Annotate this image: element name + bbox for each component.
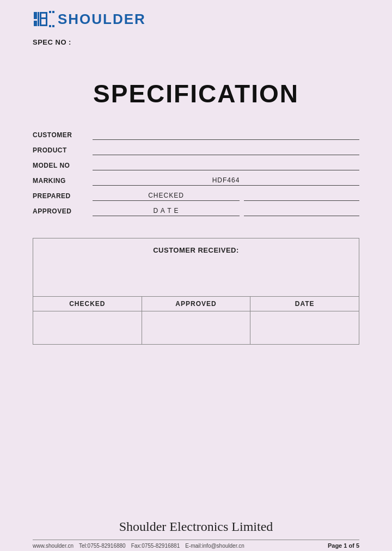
logo-area: SHOULDER [33,10,359,28]
approved-line2 [244,206,359,216]
svg-rect-8 [46,12,47,26]
svg-rect-6 [41,12,46,14]
table-body-date [250,311,359,344]
customer-received-body [33,259,359,297]
svg-rect-1 [34,12,37,17]
svg-rect-5 [40,12,41,26]
prepared-line1: CHECKED [93,191,240,201]
page: SHOULDER SPEC NO : SPECIFICATION CUSTOME… [0,0,392,551]
customer-label: CUSTOMER [33,131,93,140]
customer-received-header: CUSTOMER RECEIVED: [33,238,359,259]
customer-received-label: CUSTOMER RECEIVED: [153,246,239,254]
svg-rect-13 [52,25,54,27]
table-body-approved [142,311,251,344]
approved-line1: D A T E [93,206,240,216]
prepared-row: PREPARED CHECKED [33,191,359,201]
product-label: PRODUCT [33,146,93,155]
logo-text: SHOULDER [58,11,146,28]
marking-label: MARKING [33,177,93,186]
footer-email: E-mail:info@shoulder.cn [185,543,244,549]
approved-label: APPROVED [33,207,93,216]
footer-fax: Fax:0755-82916881 [131,543,180,549]
footer-website: www.shoulder.cn [33,543,74,549]
main-title: SPECIFICATION [93,79,299,108]
prepared-value: CHECKED [148,192,184,199]
svg-rect-3 [34,17,37,19]
footer-tel: Tel:0755-82916880 [79,543,126,549]
customer-row: CUSTOMER [33,130,359,140]
model-no-label: MODEL NO [33,162,93,170]
svg-rect-2 [34,21,37,26]
marking-value: HDF464 [212,176,240,184]
footer-left: www.shoulder.cn Tel:0755-82916880 Fax:07… [33,543,244,549]
table-header-approved: APPROVED [142,297,251,311]
marking-line: HDF464 [93,176,359,186]
model-no-line [93,161,359,170]
table-header-date: DATE [250,297,359,311]
marking-row: MARKING HDF464 [33,176,359,186]
model-no-row: MODEL NO [33,161,359,170]
svg-rect-4 [38,12,39,26]
table-body-checked [33,311,142,344]
product-line [93,145,359,155]
svg-rect-12 [49,25,51,27]
svg-rect-9 [41,17,46,19]
product-row: PRODUCT [33,145,359,155]
main-title-area: SPECIFICATION [0,46,392,130]
customer-line [93,130,359,140]
prepared-label: PREPARED [33,192,93,201]
svg-rect-7 [41,25,46,26]
svg-rect-11 [52,11,54,13]
prepared-line2 [244,191,359,201]
logo-icon [33,10,54,28]
info-section: CUSTOMER PRODUCT MODEL NO MARKING HDF464 [0,130,392,222]
table-header-checked: CHECKED [33,297,142,311]
approved-value: D A T E [153,207,179,215]
footer-page: Page 1 of 5 [328,542,359,549]
customer-table-body [33,311,359,344]
customer-table-header: CHECKED APPROVED DATE [33,297,359,311]
spec-no: SPEC NO : [0,34,392,46]
approved-row: APPROVED D A T E [33,206,359,216]
customer-box: CUSTOMER RECEIVED: CHECKED APPROVED DATE [33,238,359,345]
footer-bar: www.shoulder.cn Tel:0755-82916880 Fax:07… [33,540,359,551]
header: SHOULDER [0,0,392,34]
company-name: Shoulder Electronics Limited [33,498,359,540]
spec-no-label: SPEC NO : [33,38,71,46]
svg-rect-10 [49,11,51,13]
footer-area: Shoulder Electronics Limited www.shoulde… [0,498,392,551]
